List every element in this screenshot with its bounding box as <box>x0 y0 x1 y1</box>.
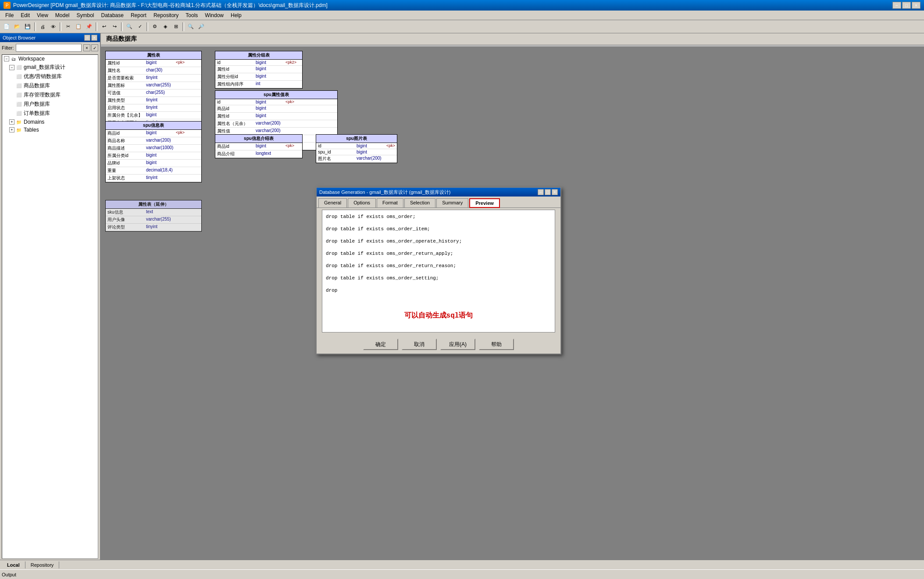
dialog-maximize-btn[interactable]: □ <box>545 189 551 195</box>
menu-symbol[interactable]: Symbol <box>73 11 98 19</box>
extra1-row-2: 用户头像varchar(255) <box>106 216 201 224</box>
filter-input[interactable] <box>16 44 82 52</box>
toolbar-preview[interactable]: 👁 <box>48 22 58 32</box>
tab-summary[interactable]: Summary <box>436 198 468 207</box>
dialog-close-btn[interactable]: × <box>552 189 558 195</box>
menu-edit[interactable]: Edit <box>17 11 33 19</box>
dialog-apply-btn[interactable]: 应用(A) <box>440 339 475 350</box>
toolbar-find[interactable]: 🔍 <box>125 22 134 32</box>
attr-row-3: 是否需要检索tinyint <box>106 75 201 82</box>
tree-user-db[interactable]: ⬜ 用户数据库 <box>2 100 98 109</box>
toolbar-paste[interactable]: 📌 <box>84 22 94 32</box>
er-canvas[interactable]: 属性表 属性idbigint<pk> 属性名char(30) 是否需要检索tin… <box>101 46 924 560</box>
maximize-button[interactable]: □ <box>902 2 911 9</box>
menu-database[interactable]: Database <box>98 11 127 19</box>
tree-workspace[interactable]: − 🗂 Workspace <box>2 55 98 63</box>
toolbar-save[interactable]: 💾 <box>23 22 32 32</box>
workspace-toggle[interactable]: − <box>4 56 9 61</box>
dialog-cancel-btn[interactable]: 取消 <box>402 339 437 350</box>
code-line-1: drop table if exists oms_order; <box>326 214 551 220</box>
workspace-icon: 🗂 <box>10 56 17 62</box>
page-title: 商品数据库 <box>106 35 137 42</box>
tab-format[interactable]: Format <box>377 198 403 207</box>
menu-help[interactable]: Help <box>227 11 245 19</box>
dialog-confirm-btn[interactable]: 确定 <box>363 339 398 350</box>
tree-view[interactable]: − 🗂 Workspace − ⬜ gmail_数据库设计 ⬜ <box>2 54 98 559</box>
object-browser-panel: Object Browser − × Filter: × ✓ − 🗂 Works… <box>0 33 101 560</box>
tab-general[interactable]: General <box>318 198 347 207</box>
code-line-12 <box>326 281 551 287</box>
toolbar-new[interactable]: 📄 <box>2 22 11 32</box>
toolbar-copy[interactable]: 📋 <box>74 22 83 32</box>
er-table-spu-images[interactable]: spu图片表 idbigint<pk> spu_idbigint 图片名varc… <box>316 134 397 163</box>
panel-title: Object Browser <box>3 35 83 40</box>
sql-annotation: 可以自动生成sql语句 <box>326 311 551 320</box>
app-icon: P <box>4 2 11 9</box>
attr-table-header: 属性表 <box>106 51 201 60</box>
menu-file[interactable]: File <box>2 11 17 19</box>
status-tab-local[interactable]: Local <box>2 561 25 568</box>
tree-promo-db[interactable]: ⬜ 优惠/营销数据库 <box>2 72 98 81</box>
menu-tools[interactable]: Tools <box>182 11 201 19</box>
close-button[interactable]: × <box>912 2 920 9</box>
er-table-spu-intro[interactable]: spu信息介绍表 商品idbigint<pk> 商品介绍longtext <box>215 134 303 158</box>
er-table-extra1[interactable]: 属性表（延伸） sku信息text 用户头像varchar(255) 评论类型t… <box>105 200 202 232</box>
toolbar-sep4 <box>121 22 123 31</box>
code-line-3: drop table if exists oms_order_item; <box>326 226 551 232</box>
panel-minimize[interactable]: − <box>84 35 90 41</box>
toolbar-zoom-in[interactable]: 🔍 <box>186 22 196 32</box>
domains-toggle[interactable]: + <box>9 119 14 125</box>
filter-label: Filter: <box>2 45 14 50</box>
tree-domains[interactable]: + 📁 Domains <box>2 118 98 126</box>
window-controls[interactable]: − □ × <box>892 2 920 9</box>
tree-product-db[interactable]: ⬜ 商品数据库 <box>2 81 98 90</box>
filter-bar: Filter: × ✓ <box>0 42 100 54</box>
toolbar-sep2 <box>60 22 61 31</box>
toolbar-generate[interactable]: ⚙ <box>150 22 160 32</box>
toolbar-compare[interactable]: ⊞ <box>171 22 181 32</box>
attr-row-4: 属性图标varchar(255) <box>106 82 201 89</box>
er-table-attr-group[interactable]: 属性分组表 idbigint<pk2> 属性idbigint 属性分组idbig… <box>215 51 303 89</box>
toolbar-print[interactable]: 🖨 <box>38 22 47 32</box>
er-table-spu-info[interactable]: spu信息表 商品idbigint<pk> 商品名称varchar(200) 商… <box>105 121 202 182</box>
code-line-8 <box>326 257 551 263</box>
tab-preview[interactable]: Preview <box>469 198 500 208</box>
toolbar-cut[interactable]: ✂ <box>63 22 73 32</box>
menu-window[interactable]: Window <box>201 11 227 19</box>
toolbar-undo[interactable]: ↩ <box>99 22 109 32</box>
tree-tables[interactable]: + 📁 Tables <box>2 126 98 134</box>
filter-apply-btn[interactable]: ✓ <box>91 44 98 51</box>
toolbar-zoom-out[interactable]: 🔎 <box>196 22 206 32</box>
code-line-13: drop <box>326 287 551 293</box>
tree-order-db[interactable]: ⬜ 订单数据库 <box>2 109 98 118</box>
dialog-help-btn[interactable]: 帮助 <box>479 339 514 350</box>
toolbar-open[interactable]: 📂 <box>12 22 22 32</box>
menu-model[interactable]: Model <box>52 11 73 19</box>
toolbar-check[interactable]: ✓ <box>135 22 145 32</box>
dialog-preview-content[interactable]: drop table if exists oms_order; drop tab… <box>322 210 555 332</box>
er-table-attr[interactable]: 属性表 属性idbigint<pk> 属性名char(30) 是否需要检索tin… <box>105 51 202 127</box>
status-tab-repository[interactable]: Repository <box>25 561 60 568</box>
tables-toggle[interactable]: + <box>9 127 14 132</box>
menu-report[interactable]: Report <box>127 11 150 19</box>
toolbar-impact[interactable]: ◈ <box>161 22 170 32</box>
tab-selection[interactable]: Selection <box>404 198 435 207</box>
tree-inventory-db[interactable]: ⬜ 库存管理数据库 <box>2 90 98 100</box>
menu-view[interactable]: View <box>33 11 52 19</box>
minimize-button[interactable]: − <box>892 2 901 9</box>
dialog-minimize-btn[interactable]: − <box>538 189 544 195</box>
tree-db-design[interactable]: − ⬜ gmail_数据库设计 <box>2 63 98 72</box>
menu-repository[interactable]: Repository <box>150 11 182 19</box>
db-design-label: gmail_数据库设计 <box>24 64 65 71</box>
db-design-toggle[interactable]: − <box>9 65 14 70</box>
toolbar-redo[interactable]: ↪ <box>110 22 119 32</box>
workspace-label: Workspace <box>18 56 45 62</box>
menu-bar: File Edit View Model Symbol Database Rep… <box>0 11 924 20</box>
promo-db-icon: ⬜ <box>15 74 22 80</box>
filter-clear-btn[interactable]: × <box>83 44 90 51</box>
spu-intro-row-2: 商品介绍longtext <box>215 150 302 158</box>
panel-close[interactable]: × <box>91 35 97 41</box>
tab-options[interactable]: Options <box>348 198 376 207</box>
status-bar: Local Repository <box>0 560 924 569</box>
spu-intro-header: spu信息介绍表 <box>215 135 302 143</box>
